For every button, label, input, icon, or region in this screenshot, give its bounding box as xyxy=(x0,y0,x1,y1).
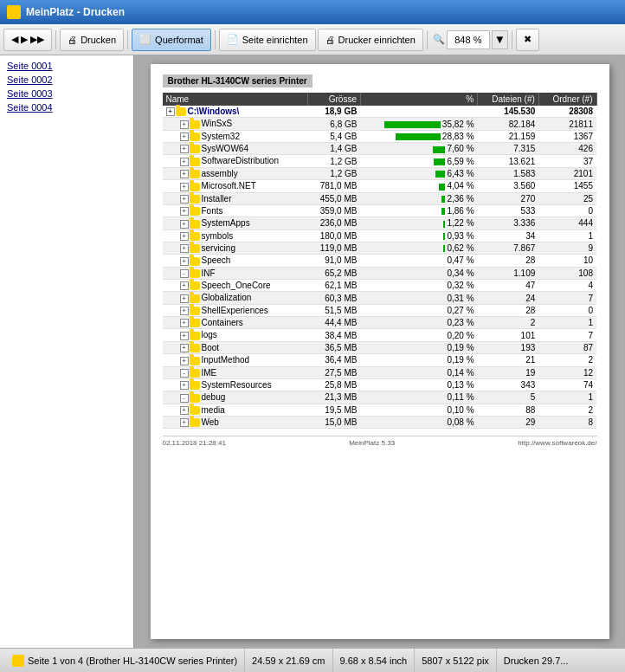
expand-icon[interactable]: + xyxy=(180,418,189,427)
expand-icon[interactable]: + xyxy=(180,357,189,365)
table-row: -IME27,5 MB0,14 %1912 xyxy=(163,366,597,378)
cell-pct: 35,82 % xyxy=(360,118,477,130)
expand-icon[interactable]: + xyxy=(180,170,189,178)
expand-icon[interactable]: + xyxy=(180,207,189,216)
pct-text: 0,20 % xyxy=(447,331,474,340)
cell-files: 101 xyxy=(478,329,539,341)
cell-size: 36,4 MB xyxy=(307,354,360,366)
cell-name: +assembly xyxy=(163,167,308,179)
bar-visual xyxy=(434,158,445,165)
pct-text: 35,82 % xyxy=(442,120,474,129)
expand-icon[interactable]: + xyxy=(180,307,189,315)
statusbar: Seite 1 von 4 (Brother HL-3140CW series … xyxy=(0,648,625,672)
zoom-icon: 🔍 xyxy=(433,34,445,45)
folder-name: Containers xyxy=(202,318,243,327)
cell-files: 343 xyxy=(478,378,539,391)
toolbar: ◀ ▶ ▶▶ 🖨 Drucken ⬜ Querformat 📄 Seite ei… xyxy=(0,24,625,55)
cell-folders: 87 xyxy=(538,341,596,353)
cell-pct: 0,11 % xyxy=(360,391,477,404)
cell-pct: 0,23 % xyxy=(360,317,477,329)
expand-icon[interactable]: + xyxy=(180,132,189,141)
folder-name: Speech_OneCore xyxy=(202,281,271,290)
toolbar-separator-2 xyxy=(127,30,128,49)
cell-files: 2 xyxy=(478,317,539,329)
expand-icon[interactable]: - xyxy=(180,269,189,278)
folder-name: logs xyxy=(202,330,217,339)
sidebar-page-3[interactable]: Seite 0003 xyxy=(0,87,133,100)
folder-icon xyxy=(190,220,200,229)
folder-icon xyxy=(190,170,200,178)
folder-icon xyxy=(190,269,200,278)
expand-icon[interactable]: + xyxy=(180,244,189,253)
footer-date: 02.11.2018 21:28:41 xyxy=(163,439,226,447)
expand-icon[interactable]: + xyxy=(180,257,189,266)
extra-button[interactable]: ✖ xyxy=(516,29,539,51)
cell-name: -IME xyxy=(163,366,308,378)
expand-icon[interactable]: + xyxy=(180,232,189,241)
expand-icon[interactable]: + xyxy=(180,381,189,390)
pct-text: 0,11 % xyxy=(447,392,474,402)
cell-folders: 1 xyxy=(538,391,596,404)
landscape-icon: ⬜ xyxy=(139,34,151,45)
sidebar-page-2[interactable]: Seite 0002 xyxy=(0,73,133,87)
landscape-button[interactable]: ⬜ Querformat xyxy=(132,29,211,51)
bar-visual xyxy=(433,146,445,153)
folder-name: debug xyxy=(202,392,226,402)
folder-name: WinSxS xyxy=(202,119,233,128)
expand-icon[interactable]: + xyxy=(180,158,189,166)
zoom-input[interactable]: 848 % xyxy=(447,30,490,49)
col-pct: % xyxy=(360,93,477,106)
pct-text: 0,27 % xyxy=(447,306,474,315)
expand-icon[interactable]: + xyxy=(180,183,189,191)
cell-folders: 0 xyxy=(538,304,596,316)
expand-icon[interactable]: + xyxy=(166,107,175,116)
expand-icon[interactable]: + xyxy=(180,406,189,415)
printersetup-button[interactable]: 🖨 Drucker einrichten xyxy=(318,29,423,51)
status-app-icon: Seite 1 von 4 (Brother HL-3140CW series … xyxy=(5,649,245,672)
sidebar-page-1[interactable]: Seite 0001 xyxy=(0,59,133,73)
table-row: +symbols180,0 MB0,93 %341 xyxy=(163,229,597,242)
pagesetup-button[interactable]: 📄 Seite einrichten xyxy=(219,29,316,51)
sidebar: Seite 0001Seite 0002Seite 0003Seite 0004 xyxy=(0,55,134,648)
cell-pct: 0,62 % xyxy=(360,242,477,254)
cell-name: +ShellExperiences xyxy=(163,304,308,316)
pagesetup-label: Seite einrichten xyxy=(242,35,308,45)
zoom-dropdown-button[interactable]: ▼ xyxy=(492,30,508,49)
cell-folders: 426 xyxy=(538,143,596,155)
folder-icon xyxy=(190,307,200,315)
folder-icon xyxy=(190,145,200,153)
expand-icon[interactable]: + xyxy=(180,332,189,340)
pct-text: 0,34 % xyxy=(447,268,474,278)
cell-name: +SystemApps xyxy=(163,217,308,229)
table-row: +SoftwareDistribution1,2 GB6,59 %13.6213… xyxy=(163,155,597,167)
table-row: +WinSxS6,8 GB35,82 %82.18421811 xyxy=(163,118,597,130)
folder-name: Speech xyxy=(202,255,231,265)
cell-size: 27,5 MB xyxy=(307,366,360,378)
expand-icon[interactable]: + xyxy=(180,220,189,229)
expand-icon[interactable]: + xyxy=(180,281,189,290)
status-size-inch: 9.68 x 8.54 inch xyxy=(333,649,416,672)
pct-text: 1,22 % xyxy=(447,218,474,228)
table-row: +assembly1,2 GB6,43 %1.5832101 xyxy=(163,167,597,179)
cell-pct: 0,19 % xyxy=(360,341,477,353)
cell-files: 82.184 xyxy=(478,118,539,130)
expand-icon[interactable]: + xyxy=(180,319,189,327)
print-button[interactable]: 🖨 Drucken xyxy=(60,29,124,51)
expand-icon[interactable]: + xyxy=(180,344,189,352)
cell-size: 180,0 MB xyxy=(307,229,360,242)
cell-size: 18,9 GB xyxy=(307,106,360,118)
expand-icon[interactable]: - xyxy=(180,369,189,378)
expand-icon[interactable]: + xyxy=(180,294,189,303)
expand-icon[interactable]: + xyxy=(180,195,189,204)
expand-icon[interactable]: + xyxy=(180,145,189,153)
folder-icon xyxy=(190,381,200,390)
cell-pct xyxy=(360,106,477,118)
expand-icon[interactable]: - xyxy=(180,394,189,403)
nav-back-button[interactable]: ◀ ▶ ▶▶ xyxy=(3,29,52,51)
cell-folders: 2 xyxy=(538,354,596,366)
expand-icon[interactable]: + xyxy=(180,120,189,129)
table-row: +Fonts359,0 MB1,86 %5330 xyxy=(163,204,597,216)
sidebar-page-4[interactable]: Seite 0004 xyxy=(0,100,133,114)
bar-visual xyxy=(443,233,445,240)
pct-text: 4,04 % xyxy=(447,181,474,191)
